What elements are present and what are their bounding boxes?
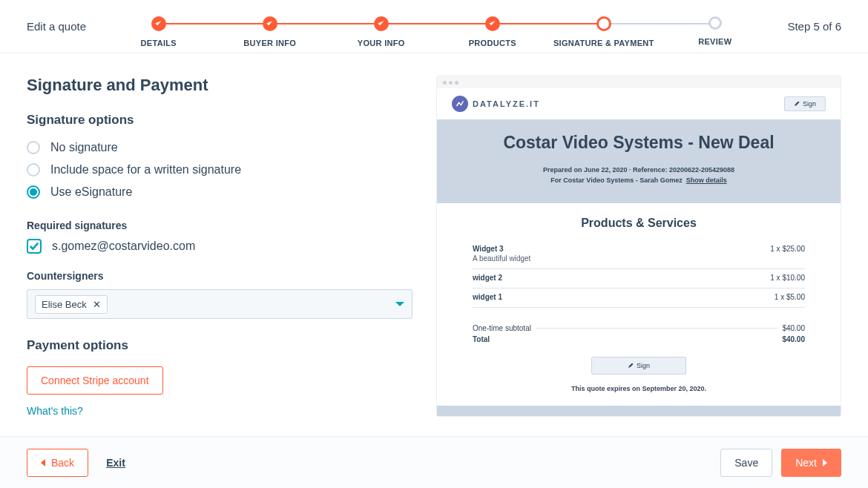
step-products[interactable]: PRODUCTS <box>437 16 548 47</box>
next-button[interactable]: Next <box>781 449 841 477</box>
preview-panel: DATALYZE.IT Sign Costar Video Systems - … <box>436 76 841 436</box>
chevron-left-icon <box>41 459 45 466</box>
radio-no-signature[interactable]: No signature <box>27 141 412 154</box>
section-title: Signature and Payment <box>27 76 412 95</box>
chevron-right-icon <box>823 459 827 466</box>
chip-label: Elise Beck <box>42 299 87 310</box>
preview-total-row: Total $40.00 <box>473 334 805 345</box>
current-step-icon <box>596 16 611 31</box>
preview-product-row: Widget 3 A beautiful widget 1 x $25.00 <box>473 240 805 269</box>
required-signer-row[interactable]: s.gomez@costarvideo.com <box>27 239 412 254</box>
form-panel: Signature and Payment Signature options … <box>27 76 412 436</box>
remove-chip-icon[interactable]: ✕ <box>93 299 101 310</box>
preview-deal-title: Costar Video Systems - New Deal <box>452 133 826 153</box>
countersigner-chip: Elise Beck ✕ <box>35 295 108 314</box>
stepper: DETAILS BUYER INFO YOUR INFO PRODUCTS SI <box>103 16 771 47</box>
radio-icon <box>27 163 40 177</box>
radio-label: Include space for a written signature <box>50 163 241 177</box>
required-signatures-title: Required signatures <box>27 220 412 231</box>
countersigners-title: Countersigners <box>27 270 412 282</box>
wizard-header: Edit a quote DETAILS BUYER INFO YOUR INF… <box>0 0 868 53</box>
countersigners-select[interactable]: Elise Beck ✕ <box>27 289 412 319</box>
save-button[interactable]: Save <box>720 449 772 477</box>
signature-options-group: No signature Include space for a written… <box>27 141 412 199</box>
radio-written-signature[interactable]: Include space for a written signature <box>27 163 412 177</box>
upcoming-step-icon <box>708 16 722 30</box>
preview-product-row: widget 2 1 x $10.00 <box>473 269 805 288</box>
preview-products-title: Products & Services <box>473 217 805 230</box>
radio-esignature[interactable]: Use eSignature <box>27 185 412 199</box>
preview-expiry: This quote expires on September 20, 2020… <box>473 385 805 392</box>
radio-icon <box>27 185 40 199</box>
step-review[interactable]: REVIEW <box>660 16 771 46</box>
preview-contact: Questions? Contact me <box>437 406 841 417</box>
page-title: Edit a quote <box>27 20 86 33</box>
preview-show-details: Show details <box>686 177 727 184</box>
preview-window-chrome <box>437 76 841 88</box>
preview-sign-button-main: Sign <box>591 357 686 375</box>
checkbox-icon <box>27 239 42 254</box>
step-signature-payment[interactable]: SIGNATURE & PAYMENT <box>548 16 660 47</box>
preview-sign-button-top: Sign <box>784 96 826 111</box>
back-button[interactable]: Back <box>27 449 88 477</box>
preview-for: For Costar Video Systems - Sarah Gomez S… <box>452 177 826 184</box>
step-indicator: Step 5 of 6 <box>787 20 841 33</box>
radio-label: No signature <box>50 141 118 154</box>
step-details[interactable]: DETAILS <box>103 16 214 47</box>
check-icon <box>377 19 385 27</box>
check-icon <box>266 19 274 27</box>
exit-link[interactable]: Exit <box>106 457 125 469</box>
check-icon <box>154 19 162 27</box>
whats-this-link[interactable]: What's this? <box>27 405 83 417</box>
step-your-info[interactable]: YOUR INFO <box>326 16 437 47</box>
wizard-footer: Back Exit Save Next <box>0 436 868 488</box>
preview-subtotal-row: One-time subtotal $40.00 <box>473 323 805 334</box>
signature-options-title: Signature options <box>27 113 412 128</box>
chevron-down-icon <box>395 302 404 306</box>
quote-preview: DATALYZE.IT Sign Costar Video Systems - … <box>436 76 841 417</box>
required-signer-email: s.gomez@costarvideo.com <box>52 240 195 253</box>
preview-prepared: Prepared on June 22, 2020 · Reference: 2… <box>452 166 826 174</box>
step-buyer-info[interactable]: BUYER INFO <box>214 16 326 47</box>
brand-circle-icon <box>452 96 468 112</box>
preview-brand: DATALYZE.IT <box>452 96 540 112</box>
pen-icon <box>628 363 634 369</box>
connect-stripe-button[interactable]: Connect Stripe account <box>27 366 163 395</box>
radio-label: Use eSignature <box>50 185 132 199</box>
preview-product-row: widget 1 1 x $5.00 <box>473 288 805 308</box>
payment-options-title: Payment options <box>27 338 412 353</box>
pen-icon <box>794 101 800 107</box>
radio-icon <box>27 141 40 154</box>
check-icon <box>488 19 496 27</box>
